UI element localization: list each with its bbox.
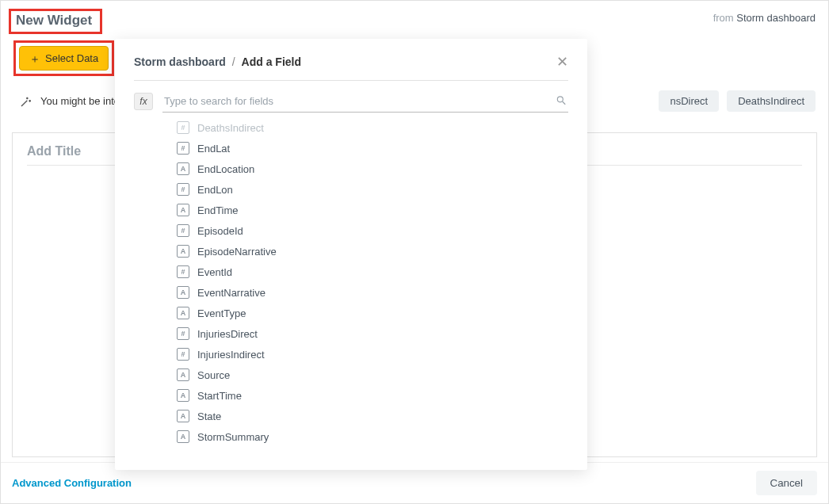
- field-name: EventNarrative: [197, 287, 266, 299]
- page-title: New Widget: [16, 13, 92, 29]
- field-name: StormSummary: [197, 431, 269, 443]
- breadcrumb-leaf: Add a Field: [242, 55, 301, 68]
- text-type-icon: A: [177, 389, 189, 402]
- breadcrumb-root[interactable]: Storm dashboard: [134, 55, 226, 68]
- field-item[interactable]: AEndTime: [177, 200, 568, 220]
- text-type-icon: A: [177, 286, 189, 299]
- text-type-icon: A: [177, 410, 189, 422]
- svg-point-0: [557, 96, 563, 101]
- field-item[interactable]: #EndLat: [177, 138, 568, 158]
- wand-icon: [20, 95, 32, 108]
- field-name: DeathsIndirect: [197, 122, 264, 134]
- advanced-configuration-link[interactable]: Advanced Configuration: [12, 477, 132, 489]
- select-data-button[interactable]: ＋ Select Data: [19, 46, 109, 71]
- numeric-type-icon: #: [177, 327, 189, 340]
- field-name: InjuriesDirect: [197, 328, 258, 340]
- field-item[interactable]: #DeathsIndirect: [177, 117, 568, 138]
- formula-button[interactable]: fx: [134, 93, 153, 110]
- close-icon[interactable]: ✕: [556, 55, 568, 69]
- field-name: EpisodeId: [197, 225, 243, 237]
- field-search-input[interactable]: [162, 90, 568, 112]
- text-type-icon: A: [177, 162, 189, 175]
- field-item[interactable]: #EventId: [177, 262, 568, 282]
- field-item[interactable]: AEndLocation: [177, 158, 568, 179]
- numeric-type-icon: #: [177, 348, 189, 361]
- field-item[interactable]: AStartTime: [177, 385, 568, 406]
- breadcrumb: Storm dashboard / Add a Field: [134, 55, 301, 68]
- text-type-icon: A: [177, 245, 189, 258]
- field-name: EventType: [197, 307, 246, 319]
- text-type-icon: A: [177, 307, 189, 319]
- suggestion-chip[interactable]: DeathsIndirect: [727, 90, 816, 112]
- field-item[interactable]: AEventNarrative: [177, 282, 568, 303]
- field-name: EndTime: [197, 204, 239, 216]
- field-item[interactable]: AStormSummary: [177, 426, 568, 447]
- field-name: EpisodeNarrative: [197, 246, 277, 258]
- field-list[interactable]: #DeathsIndirect#EndLatAEndLocation#EndLo…: [134, 113, 568, 462]
- field-name: State: [197, 410, 221, 422]
- plus-icon: ＋: [29, 53, 40, 64]
- field-item[interactable]: ASource: [177, 365, 568, 385]
- cancel-button[interactable]: Cancel: [756, 471, 818, 495]
- numeric-type-icon: #: [177, 183, 189, 196]
- numeric-type-icon: #: [177, 142, 189, 155]
- field-name: EndLon: [197, 184, 233, 196]
- field-name: Source: [197, 369, 230, 381]
- field-item[interactable]: #EndLon: [177, 179, 568, 200]
- numeric-type-icon: #: [177, 224, 189, 237]
- from-label: from Storm dashboard: [713, 9, 816, 24]
- field-name: InjuriesIndirect: [197, 349, 265, 361]
- field-item[interactable]: #EpisodeId: [177, 220, 568, 241]
- svg-line-1: [563, 101, 566, 105]
- field-item[interactable]: AState: [177, 406, 568, 426]
- field-item[interactable]: AEpisodeNarrative: [177, 241, 568, 262]
- field-name: StartTime: [197, 390, 242, 402]
- numeric-type-icon: #: [177, 265, 189, 278]
- field-item[interactable]: AEventType: [177, 303, 568, 323]
- text-type-icon: A: [177, 430, 189, 443]
- from-dashboard-name: Storm dashboard: [736, 12, 816, 24]
- search-icon: [556, 94, 567, 108]
- field-item[interactable]: #InjuriesDirect: [177, 323, 568, 344]
- suggestion-chip[interactable]: nsDirect: [659, 90, 719, 112]
- field-name: EndLat: [197, 143, 230, 155]
- field-name: EndLocation: [197, 163, 254, 175]
- add-field-popover: Storm dashboard / Add a Field ✕ fx #Deat…: [115, 39, 587, 470]
- field-name: EventId: [197, 266, 232, 278]
- text-type-icon: A: [177, 368, 189, 381]
- numeric-type-icon: #: [177, 121, 189, 134]
- text-type-icon: A: [177, 204, 189, 216]
- field-item[interactable]: #InjuriesIndirect: [177, 344, 568, 365]
